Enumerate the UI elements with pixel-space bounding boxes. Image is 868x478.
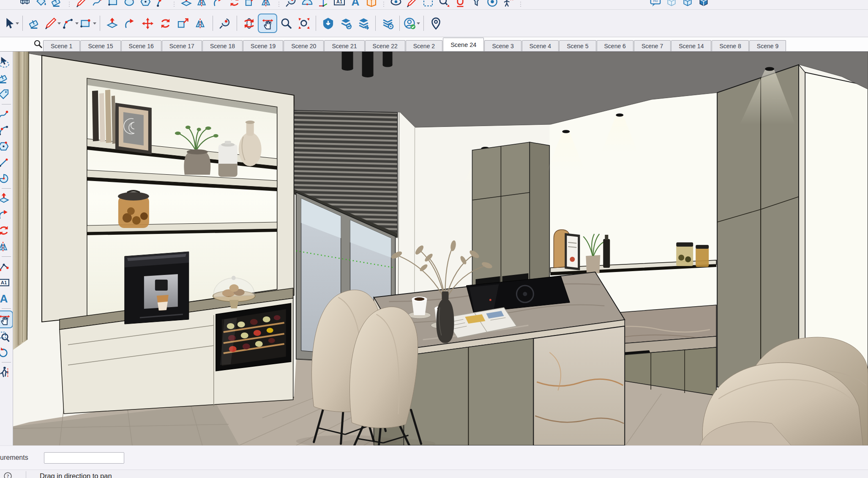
tool-box-light[interactable] xyxy=(663,0,680,9)
tool-funnel[interactable] xyxy=(468,0,484,9)
scene-tab-scene-3[interactable]: Scene 3 xyxy=(484,40,521,51)
tool-wh-download[interactable] xyxy=(319,14,337,32)
tool-look-around[interactable] xyxy=(388,0,404,9)
tool-layers-share[interactable] xyxy=(355,14,372,32)
tool-bubble[interactable]: R0 xyxy=(647,0,663,9)
help-icon[interactable]: ? xyxy=(3,472,12,478)
scene-tab-scene-8[interactable]: Scene 8 xyxy=(712,40,748,51)
tool-dimension-a1[interactable]: A1 xyxy=(0,275,11,291)
tool-zoom[interactable] xyxy=(277,14,295,32)
tool-pan-active[interactable] xyxy=(0,310,13,328)
tool-box-open[interactable] xyxy=(680,0,696,9)
tool-pencil[interactable] xyxy=(74,0,90,9)
tool-followme[interactable] xyxy=(210,0,227,9)
tool-person-x[interactable] xyxy=(500,0,516,9)
tool-zoom-region[interactable] xyxy=(0,328,11,344)
tool-pencil[interactable] xyxy=(44,14,61,32)
tool-eraser[interactable] xyxy=(49,0,65,9)
scene-tab-scene-20[interactable]: Scene 20 xyxy=(284,40,324,51)
tool-pushpull[interactable] xyxy=(0,190,11,206)
scene-tab-scene-4[interactable]: Scene 4 xyxy=(522,40,559,51)
scene-tab-scene-15[interactable]: Scene 15 xyxy=(80,40,120,51)
tool-text-3d[interactable]: A xyxy=(347,0,363,9)
tool-select-region[interactable] xyxy=(420,0,436,9)
scene-tab-scene-24[interactable]: Scene 24 xyxy=(443,38,484,51)
tool-dimension-a1[interactable]: A1 xyxy=(331,0,347,9)
scene-tab-scene-7[interactable]: Scene 7 xyxy=(634,40,671,51)
tool-paint-bucket[interactable] xyxy=(33,0,49,9)
tool-scale[interactable] xyxy=(174,14,192,32)
dropdown-caret[interactable] xyxy=(417,22,420,25)
scene-tab-scene-22[interactable]: Scene 22 xyxy=(365,40,405,51)
tool-rect[interactable] xyxy=(106,0,122,9)
dropdown-caret[interactable] xyxy=(93,22,96,25)
tool-offset[interactable] xyxy=(192,14,210,32)
tool-line[interactable] xyxy=(0,154,11,170)
tool-axes[interactable] xyxy=(315,0,331,9)
tool-eraser[interactable] xyxy=(0,70,11,86)
tool-pushpull[interactable] xyxy=(178,0,194,9)
tool-wh-share[interactable] xyxy=(337,14,355,32)
tool-ext-gear[interactable] xyxy=(379,14,396,32)
tool-scale[interactable] xyxy=(243,0,259,9)
tool-select[interactable] xyxy=(2,14,19,32)
tool-section[interactable] xyxy=(363,0,379,9)
viewport[interactable] xyxy=(13,52,868,445)
tool-pie[interactable] xyxy=(0,170,11,187)
scene-tab-scene-17[interactable]: Scene 17 xyxy=(162,40,202,51)
tool-pencil[interactable] xyxy=(404,0,420,9)
tool-followme[interactable] xyxy=(0,206,11,223)
tool-protractor[interactable] xyxy=(299,0,315,9)
tool-rotate[interactable] xyxy=(227,0,243,9)
tool-scatter[interactable] xyxy=(0,258,11,275)
scene-tab-scene-14[interactable]: Scene 14 xyxy=(671,40,711,51)
tool-components[interactable] xyxy=(17,0,33,9)
scene-tab-scene-6[interactable]: Scene 6 xyxy=(597,40,633,51)
tool-arc[interactable] xyxy=(0,122,11,138)
tool-polygon[interactable] xyxy=(0,138,11,154)
tool-label-tag[interactable] xyxy=(0,86,11,102)
measurements-input[interactable] xyxy=(44,452,124,464)
tool-box-solid[interactable] xyxy=(696,0,712,9)
scene-tab-scene-2[interactable]: Scene 2 xyxy=(406,40,442,51)
tool-rect[interactable] xyxy=(79,14,97,32)
tool-offset[interactable] xyxy=(0,239,11,255)
tool-avatar[interactable] xyxy=(403,14,420,32)
tool-polygon[interactable] xyxy=(138,0,154,9)
tool-zoom-extents[interactable] xyxy=(295,14,313,32)
tool-zoom-window[interactable] xyxy=(436,0,452,9)
viewport-canvas[interactable] xyxy=(13,52,868,445)
scene-tab-scene-19[interactable]: Scene 19 xyxy=(243,40,283,51)
tool-pushpull[interactable] xyxy=(103,14,121,32)
tool-walk[interactable] xyxy=(0,364,11,380)
tool-freehand[interactable] xyxy=(0,106,11,122)
tool-circle[interactable] xyxy=(122,0,138,9)
tool-select-lasso[interactable] xyxy=(0,54,11,70)
dropdown-caret[interactable] xyxy=(57,22,61,25)
tool-rotate[interactable] xyxy=(0,223,11,239)
search-icon[interactable] xyxy=(33,39,43,49)
tool-pan-active[interactable] xyxy=(258,14,277,33)
scene-tab-scene-5[interactable]: Scene 5 xyxy=(559,40,596,51)
scene-tab-scene-9[interactable]: Scene 9 xyxy=(749,40,786,51)
tool-tape[interactable] xyxy=(283,0,299,9)
tool-move[interactable] xyxy=(139,14,156,32)
scene-tab-scene-1[interactable]: Scene 1 xyxy=(43,40,80,51)
scene-tab-scene-18[interactable]: Scene 18 xyxy=(202,40,243,51)
tool-offset[interactable] xyxy=(194,0,210,9)
tool-refresh[interactable] xyxy=(0,344,11,360)
dropdown-caret[interactable] xyxy=(16,22,19,25)
tool-orbit[interactable] xyxy=(240,14,258,32)
tool-followme[interactable] xyxy=(121,14,139,32)
tool-eraser[interactable] xyxy=(26,14,44,32)
scene-tab-scene-16[interactable]: Scene 16 xyxy=(121,40,161,51)
tool-orbit-dot[interactable] xyxy=(484,0,500,9)
dropdown-caret[interactable] xyxy=(75,22,79,25)
tool-arc[interactable] xyxy=(61,14,79,32)
tool-rotate[interactable] xyxy=(156,14,174,32)
tool-underline-u[interactable] xyxy=(452,0,468,9)
tool-pin[interactable] xyxy=(427,14,445,32)
tool-tape[interactable] xyxy=(216,14,234,32)
tool-arc[interactable] xyxy=(154,0,170,9)
tool-freehand[interactable] xyxy=(90,0,106,9)
